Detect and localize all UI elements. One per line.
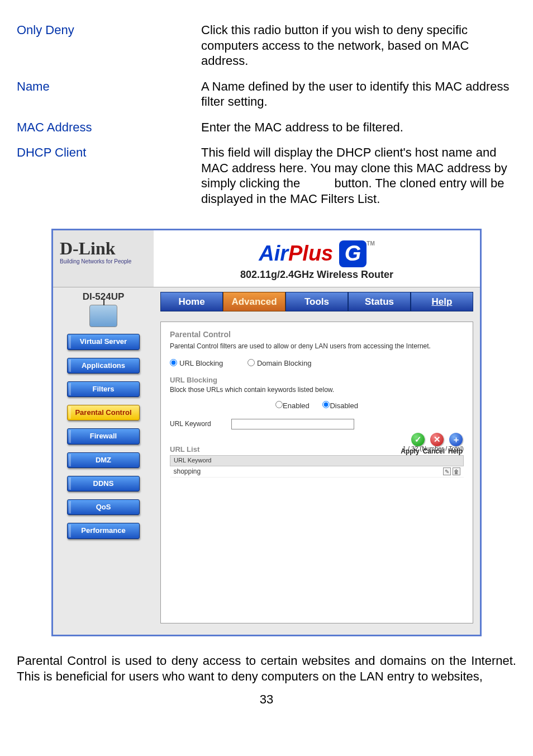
tab-advanced[interactable]: Advanced <box>223 292 285 311</box>
radio-label: Enabled <box>283 401 310 410</box>
sidebar-item-dmz[interactable]: DMZ <box>67 452 140 468</box>
router-header: D-Link Building Networks for People AirP… <box>53 230 480 287</box>
definition-list: Only Deny Click this radio button if you… <box>17 22 516 206</box>
enable-enabled[interactable]: Enabled <box>275 401 310 410</box>
product-g: G <box>339 240 367 267</box>
router-device-icon <box>89 305 117 327</box>
sidebar-item-filters[interactable]: Filters <box>67 381 140 397</box>
definition-desc: Click this radio button if you wish to d… <box>201 22 516 69</box>
definition-term: Only Deny <box>17 22 201 69</box>
section-title: Parental Control <box>170 330 464 340</box>
main-area: Home Advanced Tools Status Help Parental… <box>154 287 480 635</box>
content-card: Parental Control Parental Control filter… <box>160 322 473 623</box>
definition-desc: This field will display the DHCP client'… <box>201 145 516 206</box>
help-icon[interactable]: ＋ <box>449 433 463 446</box>
mode-domain-blocking[interactable]: Domain Blocking <box>248 359 312 367</box>
radio-disabled[interactable] <box>322 401 330 408</box>
sidebar-item-virtual-server[interactable]: Virtual Server <box>67 334 140 349</box>
brand-logo: D-Link <box>60 237 154 259</box>
product-tm: TM <box>367 240 374 247</box>
router-screenshot: D-Link Building Networks for People AirP… <box>51 229 482 636</box>
apply-label: Apply <box>401 447 419 456</box>
keyword-row: URL Keyword <box>170 419 464 429</box>
sidebar-item-label: DDNS <box>93 479 114 488</box>
keyword-input[interactable] <box>231 419 354 429</box>
sidebar-item-applications[interactable]: Applications <box>67 358 140 374</box>
radio-label: Domain Blocking <box>257 359 312 367</box>
cancel-label: Cancel <box>423 447 445 456</box>
definition-row: Only Deny Click this radio button if you… <box>17 22 516 69</box>
definition-row: Name A Name defined by the user to ident… <box>17 79 516 110</box>
help-label: Help <box>448 447 463 456</box>
definition-desc: Enter the MAC address to be filtered. <box>201 120 516 135</box>
definition-term: Name <box>17 79 201 110</box>
radio-label: Disabled <box>330 401 358 410</box>
brand-panel: D-Link Building Networks for People <box>53 230 154 287</box>
enable-disabled[interactable]: Disabled <box>322 401 358 410</box>
sidebar-item-ddns[interactable]: DDNS <box>67 476 140 492</box>
apply-icon[interactable]: ✓ <box>411 433 425 446</box>
table-row: shopping ✎ 🗑 <box>170 466 464 477</box>
sidebar-item-label: Parental Control <box>75 408 131 417</box>
sidebar-item-label: Firewall <box>90 432 117 440</box>
url-list-table: URL Keyword shopping ✎ 🗑 <box>170 455 464 478</box>
action-icons: ✓ ✕ ＋ Apply Cancel Help <box>401 433 463 456</box>
sidebar-item-qos[interactable]: QoS <box>67 499 140 515</box>
top-nav: Home Advanced Tools Status Help <box>160 292 473 311</box>
edit-icon[interactable]: ✎ <box>443 467 451 475</box>
product-panel: AirPlus GTM 802.11g/2.4GHz Wireless Rout… <box>154 230 480 287</box>
sidebar-item-performance[interactable]: Performance <box>67 523 140 538</box>
tab-tools[interactable]: Tools <box>285 292 348 311</box>
page-number: 33 <box>17 692 516 707</box>
delete-icon[interactable]: 🗑 <box>453 467 460 475</box>
radio-label: URL Blocking <box>179 359 223 367</box>
url-blocking-title: URL Blocking <box>170 376 464 385</box>
url-keyword-cell: shopping <box>174 467 201 475</box>
definition-term: DHCP Client <box>17 145 201 206</box>
blocking-mode-row: URL Blocking Domain Blocking <box>170 358 464 368</box>
definition-desc: A Name defined by the user to identify t… <box>201 79 516 110</box>
sidebar-item-label: Filters <box>92 385 114 393</box>
enable-row: Enabled Disabled <box>170 401 464 410</box>
radio-url-blocking[interactable] <box>170 359 177 366</box>
tab-home[interactable]: Home <box>160 292 223 311</box>
radio-enabled[interactable] <box>275 401 283 408</box>
definition-row: DHCP Client This field will display the … <box>17 145 516 206</box>
sidebar-item-label: Virtual Server <box>80 337 127 346</box>
tab-status[interactable]: Status <box>348 292 411 311</box>
sidebar-item-label: Performance <box>81 526 125 535</box>
definition-row: MAC Address Enter the MAC address to be … <box>17 120 516 135</box>
tab-help[interactable]: Help <box>411 292 473 311</box>
product-title: AirPlus GTM <box>154 240 480 267</box>
sidebar-item-label: DMZ <box>96 456 111 464</box>
definition-term: MAC Address <box>17 120 201 135</box>
keyword-label: URL Keyword <box>170 420 231 428</box>
url-list-title: URL List <box>170 445 199 453</box>
mode-url-blocking[interactable]: URL Blocking <box>170 359 223 367</box>
cancel-icon[interactable]: ✕ <box>430 433 444 446</box>
brand-tagline: Building Networks for People <box>60 258 154 266</box>
url-list-header: URL Keyword <box>170 455 464 466</box>
sidebar-item-label: QoS <box>96 503 111 511</box>
sidebar-item-firewall[interactable]: Firewall <box>67 428 140 444</box>
closing-paragraph: Parental Control is used to deny access … <box>17 653 516 684</box>
url-blocking-sub: Block those URLs which contain keywords … <box>170 386 464 394</box>
section-subtitle: Parental Control filters are used to all… <box>170 342 464 351</box>
product-air: Air <box>259 242 288 265</box>
sidebar: DI-524UP Virtual Server Applications Fil… <box>53 287 154 635</box>
radio-domain-blocking[interactable] <box>248 359 255 366</box>
sidebar-item-label: Applications <box>82 361 125 370</box>
router-body: DI-524UP Virtual Server Applications Fil… <box>53 287 480 635</box>
sidebar-item-parental-control[interactable]: Parental Control <box>67 405 140 420</box>
product-plus: Plus <box>288 242 333 265</box>
product-subtitle: 802.11g/2.4GHz Wireless Router <box>154 268 480 281</box>
